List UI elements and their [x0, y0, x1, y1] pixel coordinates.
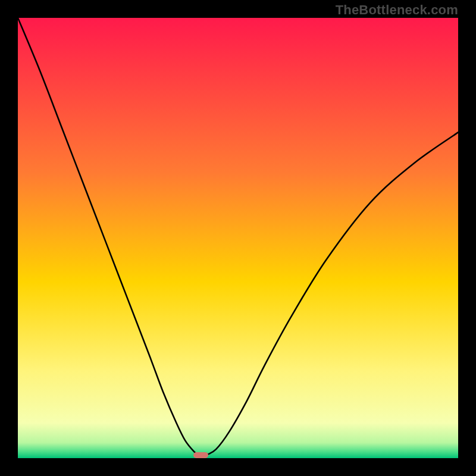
watermark-text: TheBottleneck.com	[336, 2, 458, 18]
chart-frame: TheBottleneck.com	[0, 0, 476, 476]
plot-area	[18, 18, 458, 458]
curve-layer	[18, 18, 458, 458]
bottleneck-curve	[18, 18, 458, 456]
optimum-marker	[193, 452, 208, 458]
